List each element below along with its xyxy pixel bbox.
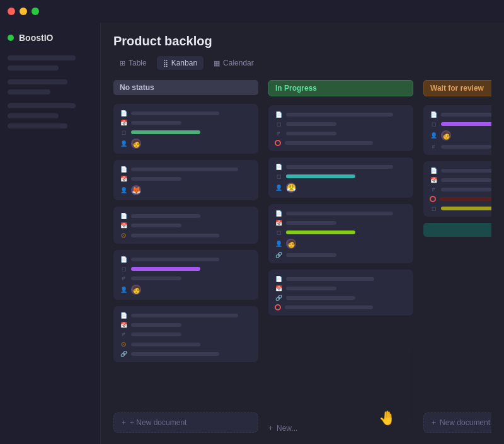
- status-circle: [275, 304, 281, 310]
- bar: [441, 178, 491, 182]
- table-icon: ⊞: [120, 59, 125, 67]
- maximize-button[interactable]: [32, 8, 39, 15]
- avatar: 🦊: [131, 185, 141, 195]
- titlebar: [0, 0, 504, 23]
- sidebar-item[interactable]: [8, 79, 67, 84]
- card: 📄 📅 🔗: [268, 270, 413, 316]
- bar-teal: [286, 174, 355, 178]
- calendar-icon: 📅: [120, 176, 127, 182]
- avatar: 🧑: [286, 239, 296, 249]
- card-row: 📄: [430, 111, 491, 118]
- sidebar-item[interactable]: [8, 113, 59, 118]
- card: 📄 ◻ # 👤 🧑: [113, 250, 258, 300]
- bar: [286, 212, 393, 215]
- card: 📄 ◻ 👤 😤: [268, 157, 413, 198]
- bar: [131, 343, 200, 346]
- new-document-button[interactable]: + + New document: [113, 413, 258, 433]
- hash-icon: #: [120, 275, 127, 282]
- card-row: 📅: [430, 177, 491, 183]
- card-row: #: [430, 144, 491, 150]
- tab-calendar-label: Calendar: [223, 59, 254, 67]
- logo-dot: [8, 35, 14, 41]
- card-row: ◻: [120, 129, 252, 135]
- card-row: #: [275, 130, 407, 137]
- col-in-progress-scroll: 📄 ◻ #: [268, 105, 413, 414]
- col-no-status-scroll: 📄 📅 ◻ 👤 🧑: [113, 104, 258, 404]
- page-title: Product backlog: [113, 34, 491, 48]
- file-icon: 📄: [430, 168, 437, 174]
- card-row: ◻: [430, 121, 491, 127]
- tag-icon: ◻: [430, 205, 437, 212]
- tab-calendar[interactable]: ▦ Calendar: [207, 56, 260, 70]
- card-row: 📅: [120, 176, 252, 182]
- card-row: 👤 🧑: [120, 285, 252, 295]
- sidebar-item[interactable]: [8, 55, 76, 60]
- bar-purple: [441, 122, 491, 126]
- card-row: 📅: [275, 285, 407, 292]
- hash-icon: #: [120, 331, 127, 338]
- tab-kanban-label: Kanban: [171, 59, 197, 67]
- card: 📄 📅 👤 🦊: [113, 160, 258, 200]
- card-row: 👤 🦊: [120, 185, 252, 195]
- hash-icon: #: [430, 144, 437, 150]
- sidebar-item[interactable]: [8, 89, 50, 94]
- bar: [286, 113, 393, 117]
- card-row: #: [120, 331, 252, 338]
- close-button[interactable]: [8, 8, 15, 15]
- card-row: 📄: [120, 312, 252, 319]
- bar: [131, 121, 181, 125]
- bar: [286, 132, 336, 135]
- bar-yellow-green: [286, 231, 355, 234]
- bar: [131, 314, 238, 317]
- col-wait-review-header: Wait for review: [423, 80, 491, 96]
- calendar-icon: 📅: [120, 322, 127, 328]
- tab-table[interactable]: ⊞ Table: [113, 56, 153, 70]
- minimize-button[interactable]: [20, 8, 27, 15]
- status-icon: ⊙: [120, 341, 127, 348]
- sidebar-item[interactable]: [8, 123, 67, 128]
- col-wait-review: Wait for review 📄 ◻ 👤: [423, 80, 491, 433]
- file-icon: 📄: [120, 166, 127, 173]
- bar: [286, 122, 336, 126]
- file-icon: 📄: [430, 111, 437, 118]
- card-row: 📄: [275, 276, 407, 282]
- col-in-progress-header: In Progress: [268, 80, 413, 96]
- link-icon: 🔗: [120, 351, 127, 357]
- bar: [131, 234, 219, 237]
- bar: [131, 276, 181, 280]
- sidebar-item[interactable]: [8, 103, 76, 108]
- card-row: #: [430, 186, 491, 193]
- new-doc-label: New...: [277, 424, 297, 433]
- calendar-icon: 📅: [275, 220, 282, 226]
- bar: [131, 111, 219, 115]
- card: 📄 ◻ 👤 🧑 #: [423, 105, 491, 155]
- card-row: 📄: [120, 213, 252, 219]
- col-no-status-header: No status: [113, 80, 258, 95]
- card-row: ⊙: [120, 341, 252, 348]
- card-row: 🔗: [120, 351, 252, 357]
- bar: [286, 165, 393, 169]
- bar: [286, 253, 336, 257]
- card-row: ◻: [275, 121, 407, 127]
- user-icon: 👤: [275, 241, 282, 247]
- hash-icon: #: [430, 186, 437, 193]
- card-row: 📄: [120, 110, 252, 117]
- bar: [441, 188, 491, 191]
- new-document-button-col3[interactable]: + New document: [423, 413, 491, 433]
- file-icon: 📄: [275, 111, 282, 118]
- sidebar-item[interactable]: [8, 65, 59, 71]
- card-row: 📅: [120, 120, 252, 126]
- sidebar-logo[interactable]: BoostIO: [8, 33, 93, 43]
- calendar-icon: 📅: [120, 222, 127, 229]
- card-row: ◻: [275, 173, 407, 179]
- status-icon: ⊙: [120, 232, 127, 239]
- file-icon: 📄: [120, 110, 127, 117]
- card-row: 👤 🧑: [430, 130, 491, 140]
- file-icon: 📄: [120, 256, 127, 263]
- kanban-board: No status 📄 📅 ◻: [113, 80, 491, 433]
- card: 📄 📅 #: [423, 161, 491, 217]
- card-row: ◻: [275, 229, 407, 236]
- col-wait-review-scroll: 📄 ◻ 👤 🧑 #: [423, 105, 491, 404]
- file-icon: 📄: [120, 213, 127, 219]
- tab-kanban[interactable]: ⣿ Kanban: [157, 56, 203, 70]
